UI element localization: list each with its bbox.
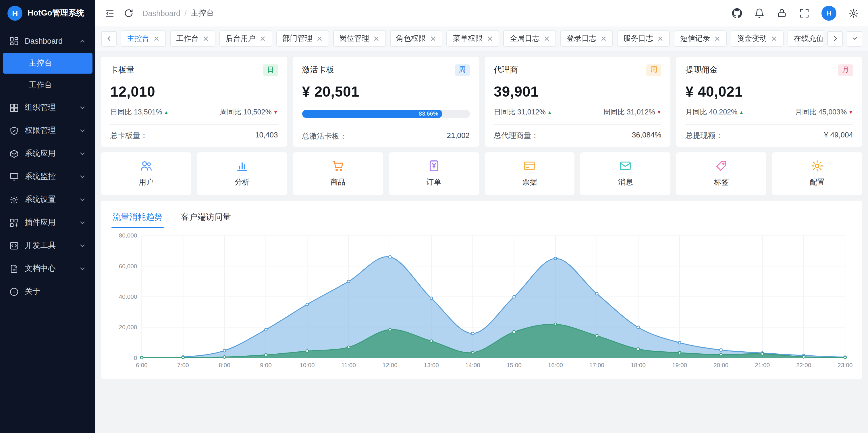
shortcut-label: 商品 [330,177,345,187]
close-icon[interactable]: ✕ [203,35,209,42]
tab-posts[interactable]: 岗位管理✕ [333,30,386,47]
stat-value: 12,010 [110,83,278,100]
svg-text:0: 0 [134,354,137,361]
trend-right: 周同比 31,012%▼ [603,107,661,117]
github-icon[interactable] [732,8,742,19]
svg-text:10:00: 10:00 [300,362,314,368]
header-actions: H [732,6,859,21]
sidebar-item-system-monitor[interactable]: 系统监控 [3,166,92,187]
shortcut-products[interactable]: 商品 [293,152,383,195]
shortcut-orders[interactable]: 订单 [389,152,479,195]
shortcut-label: 订单 [426,177,441,187]
sidebar-item-system-apps[interactable]: 系统应用 [3,143,92,165]
collapse-sidebar-icon[interactable] [104,8,115,19]
fullscreen-icon[interactable] [799,8,809,19]
sidebar-item-label: Dashboard [25,36,63,45]
sidebar-item-system-settings[interactable]: 系统设置 [3,189,92,210]
sidebar-item-permission-management[interactable]: 权限管理 [3,120,92,141]
tab-sms-records[interactable]: 短信记录✕ [674,30,727,47]
svg-text:6:00: 6:00 [136,362,148,368]
trend-down-icon: ▼ [657,110,661,115]
close-icon[interactable]: ✕ [430,35,436,42]
close-icon[interactable]: ✕ [600,35,607,42]
stat-footer-label: 总代理商量： [494,130,538,141]
shortcut-tickets[interactable]: 票据 [485,152,575,195]
sidebar: H HotGo管理系统 Dashboard 主控台 工作台 [0,0,95,433]
sidebar-item-dev-tools[interactable]: 开发工具 [3,235,92,257]
svg-text:40,000: 40,000 [119,293,137,299]
tab-fund-changes[interactable]: 资金变动✕ [731,30,783,47]
shortcut-messages[interactable]: 消息 [581,152,671,195]
stat-card-withdraw-commission: 提现佣金 月 ¥ 40,021 月同比 40,202%▲ 月同比 45,003%… [676,57,863,146]
chart-tabs: 流量消耗趋势 客户端访问量 [110,206,853,228]
close-icon[interactable]: ✕ [487,35,493,42]
tabs-scroll-left-icon[interactable] [101,31,117,46]
close-icon[interactable]: ✕ [714,35,720,42]
svg-text:8:00: 8:00 [219,362,230,368]
sidebar-menu: Dashboard 主控台 工作台 组织管理 [0,26,95,433]
main-area: Dashboard / 主控台 H [95,0,868,433]
bell-icon[interactable] [754,8,765,19]
avatar[interactable]: H [822,6,836,21]
tab-bar: 主控台✕ 工作台✕ 后台用户✕ 部门管理✕ 岗位管理✕ 角色权限✕ 菜单权限✕ … [95,26,868,51]
sidebar-item-about[interactable]: 关于 [3,281,92,302]
tabs-scroll-right-icon[interactable] [827,31,843,46]
stat-card-card-volume: 卡板量 日 12,010 日同比 13,501%▲ 周同比 10,502%▼ 总… [101,57,287,146]
breadcrumb-root[interactable]: Dashboard [143,9,180,18]
close-icon[interactable]: ✕ [153,35,160,42]
close-icon[interactable]: ✕ [260,35,266,42]
tab-departments[interactable]: 部门管理✕ [276,30,329,47]
close-icon[interactable]: ✕ [657,35,663,42]
svg-text:18:00: 18:00 [631,362,646,368]
stat-card-agents: 代理商 周 39,901 日同比 31,012%▲ 周同比 31,012%▼ 总… [485,57,671,146]
chart-tab-client-visits[interactable]: 客户端访问量 [180,207,232,228]
monitor-icon [9,172,19,181]
tab-role-permissions[interactable]: 角色权限✕ [390,30,443,47]
sidebar-item-doc-center[interactable]: 文档中心 [3,258,92,280]
svg-text:20:00: 20:00 [713,362,728,368]
traffic-chart-card: 流量消耗趋势 客户端访问量 020,00040,00060,00080,0006… [101,200,862,379]
refresh-icon[interactable] [124,8,134,19]
tab-online-recharge[interactable]: 在线充值✕ [787,30,823,47]
close-icon[interactable]: ✕ [771,35,777,42]
app-logo[interactable]: H HotGo管理系统 [0,0,95,26]
svg-text:12:00: 12:00 [382,362,398,368]
tab-main-console[interactable]: 主控台✕ [121,30,166,47]
chevron-down-icon [79,242,86,249]
app-root: H HotGo管理系统 Dashboard 主控台 工作台 [0,0,868,433]
chevron-down-icon [79,196,86,203]
package-icon [9,149,19,158]
sidebar-item-plugin-apps[interactable]: 插件应用 [3,212,92,233]
close-icon[interactable]: ✕ [316,35,322,42]
shortcut-analytics[interactable]: 分析 [197,152,287,195]
sidebar-subitem-label: 工作台 [29,80,52,90]
stat-footer-value: 21,002 [447,131,470,141]
shortcut-users[interactable]: 用户 [101,152,191,195]
shortcut-tags[interactable]: 标签 [676,152,767,195]
sidebar-item-dashboard[interactable]: Dashboard [3,30,92,52]
sidebar-item-main-console[interactable]: 主控台 [3,53,92,74]
shortcut-label: 消息 [618,177,633,187]
period-badge: 周 [455,64,470,76]
bar-chart-icon [236,159,249,173]
sidebar-item-workbench[interactable]: 工作台 [3,75,92,95]
tag-icon [715,159,728,173]
tab-admin-users[interactable]: 后台用户✕ [219,30,272,47]
gear-icon [9,195,19,204]
lock-icon[interactable] [777,8,787,19]
close-icon[interactable]: ✕ [544,35,550,42]
tab-login-logs[interactable]: 登录日志✕ [560,30,613,47]
tab-service-logs[interactable]: 服务日志✕ [617,30,670,47]
close-icon[interactable]: ✕ [373,35,379,42]
trend-right: 月同比 45,003%▼ [795,107,853,117]
period-badge: 日 [263,64,278,76]
chart-tab-traffic-trend[interactable]: 流量消耗趋势 [112,207,164,228]
period-badge: 月 [838,64,853,76]
settings-icon[interactable] [848,8,859,19]
tabs-menu-dropdown-icon[interactable] [847,31,862,46]
tab-workbench[interactable]: 工作台✕ [170,30,215,47]
shortcut-config[interactable]: 配置 [772,152,862,195]
sidebar-item-org-management[interactable]: 组织管理 [3,96,92,118]
tab-menu-permissions[interactable]: 菜单权限✕ [447,30,499,47]
tab-global-logs[interactable]: 全局日志✕ [503,30,556,47]
